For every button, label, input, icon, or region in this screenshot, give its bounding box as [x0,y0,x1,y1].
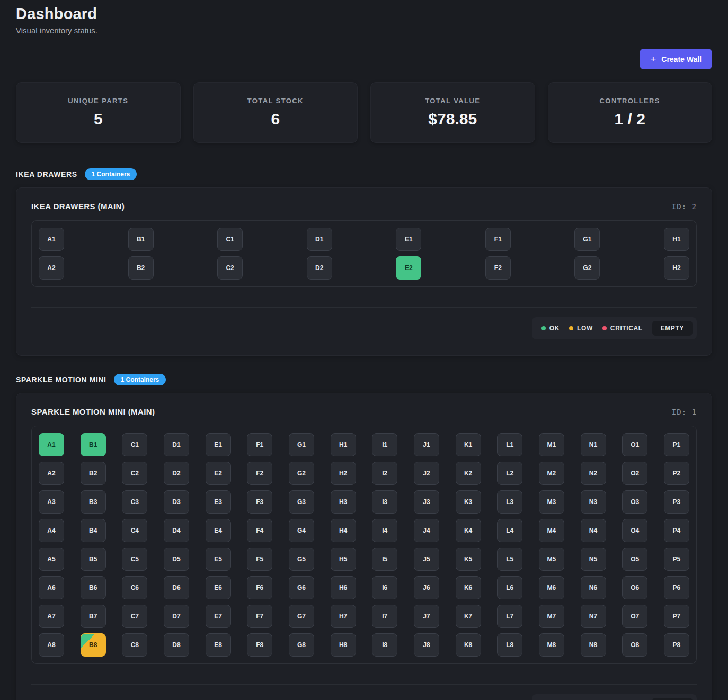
slot-D5[interactable]: D5 [164,548,189,571]
slot-A1[interactable]: A1 [39,228,64,251]
slot-L2[interactable]: L2 [497,462,522,485]
slot-H1[interactable]: H1 [664,228,689,251]
slot-D2[interactable]: D2 [307,256,332,280]
slot-O7[interactable]: O7 [622,605,647,628]
slot-J7[interactable]: J7 [414,605,439,628]
slot-F7[interactable]: F7 [247,605,272,628]
slot-E6[interactable]: E6 [206,576,231,599]
slot-K7[interactable]: K7 [456,605,481,628]
slot-C8[interactable]: C8 [122,633,147,657]
slot-A6[interactable]: A6 [39,576,64,599]
slot-N4[interactable]: N4 [581,519,606,542]
slot-O8[interactable]: O8 [622,633,647,657]
slot-G1[interactable]: G1 [289,433,314,456]
slot-N8[interactable]: N8 [581,633,606,657]
slot-E4[interactable]: E4 [206,519,231,542]
slot-L5[interactable]: L5 [497,548,522,571]
slot-C6[interactable]: C6 [122,576,147,599]
slot-F2[interactable]: F2 [485,256,511,280]
slot-D4[interactable]: D4 [164,519,189,542]
slot-D1[interactable]: D1 [307,228,332,251]
slot-F5[interactable]: F5 [247,548,272,571]
slot-O5[interactable]: O5 [622,548,647,571]
slot-L7[interactable]: L7 [497,605,522,628]
slot-O2[interactable]: O2 [622,462,647,485]
slot-L4[interactable]: L4 [497,519,522,542]
slot-D7[interactable]: D7 [164,605,189,628]
slot-N1[interactable]: N1 [581,433,606,456]
slot-E5[interactable]: E5 [206,548,231,571]
slot-L1[interactable]: L1 [497,433,522,456]
slot-K3[interactable]: K3 [456,490,481,514]
slot-G4[interactable]: G4 [289,519,314,542]
slot-F2[interactable]: F2 [247,462,272,485]
slot-M5[interactable]: M5 [539,548,564,571]
slot-G6[interactable]: G6 [289,576,314,599]
slot-J6[interactable]: J6 [414,576,439,599]
slot-F8[interactable]: F8 [247,633,272,657]
slot-O3[interactable]: O3 [622,490,647,514]
slot-L8[interactable]: L8 [497,633,522,657]
slot-D6[interactable]: D6 [164,576,189,599]
slot-P1[interactable]: P1 [664,433,689,456]
slot-H5[interactable]: H5 [331,548,356,571]
slot-K5[interactable]: K5 [456,548,481,571]
slot-I8[interactable]: I8 [372,633,397,657]
slot-E2[interactable]: E2 [206,462,231,485]
slot-D1[interactable]: D1 [164,433,189,456]
slot-B2[interactable]: B2 [128,256,154,280]
slot-C4[interactable]: C4 [122,519,147,542]
slot-P2[interactable]: P2 [664,462,689,485]
slot-G7[interactable]: G7 [289,605,314,628]
slot-D2[interactable]: D2 [164,462,189,485]
slot-J8[interactable]: J8 [414,633,439,657]
slot-I1[interactable]: I1 [372,433,397,456]
slot-B6[interactable]: B6 [81,576,106,599]
slot-C5[interactable]: C5 [122,548,147,571]
slot-P5[interactable]: P5 [664,548,689,571]
slot-B8[interactable]: B8 [81,633,106,657]
create-wall-button[interactable]: + Create Wall [640,49,712,69]
slot-A1[interactable]: A1 [39,433,64,456]
slot-J2[interactable]: J2 [414,462,439,485]
slot-H7[interactable]: H7 [331,605,356,628]
slot-L6[interactable]: L6 [497,576,522,599]
slot-C2[interactable]: C2 [217,256,243,280]
slot-P3[interactable]: P3 [664,490,689,514]
slot-K1[interactable]: K1 [456,433,481,456]
slot-G3[interactable]: G3 [289,490,314,514]
slot-P4[interactable]: P4 [664,519,689,542]
slot-I6[interactable]: I6 [372,576,397,599]
slot-N7[interactable]: N7 [581,605,606,628]
slot-B1[interactable]: B1 [128,228,154,251]
slot-M8[interactable]: M8 [539,633,564,657]
slot-P8[interactable]: P8 [664,633,689,657]
slot-H8[interactable]: H8 [331,633,356,657]
slot-G2[interactable]: G2 [289,462,314,485]
slot-H6[interactable]: H6 [331,576,356,599]
slot-A2[interactable]: A2 [39,462,64,485]
slot-O4[interactable]: O4 [622,519,647,542]
slot-D3[interactable]: D3 [164,490,189,514]
slot-H3[interactable]: H3 [331,490,356,514]
slot-J4[interactable]: J4 [414,519,439,542]
slot-F6[interactable]: F6 [247,576,272,599]
slot-H2[interactable]: H2 [331,462,356,485]
slot-A5[interactable]: A5 [39,548,64,571]
slot-E1[interactable]: E1 [396,228,421,251]
slot-C1[interactable]: C1 [217,228,243,251]
slot-E7[interactable]: E7 [206,605,231,628]
slot-A3[interactable]: A3 [39,490,64,514]
slot-L3[interactable]: L3 [497,490,522,514]
slot-I4[interactable]: I4 [372,519,397,542]
slot-I5[interactable]: I5 [372,548,397,571]
slot-M1[interactable]: M1 [539,433,564,456]
slot-M6[interactable]: M6 [539,576,564,599]
slot-M3[interactable]: M3 [539,490,564,514]
slot-B1[interactable]: B1 [81,433,106,456]
slot-I7[interactable]: I7 [372,605,397,628]
slot-A8[interactable]: A8 [39,633,64,657]
slot-J5[interactable]: J5 [414,548,439,571]
slot-A4[interactable]: A4 [39,519,64,542]
slot-I3[interactable]: I3 [372,490,397,514]
